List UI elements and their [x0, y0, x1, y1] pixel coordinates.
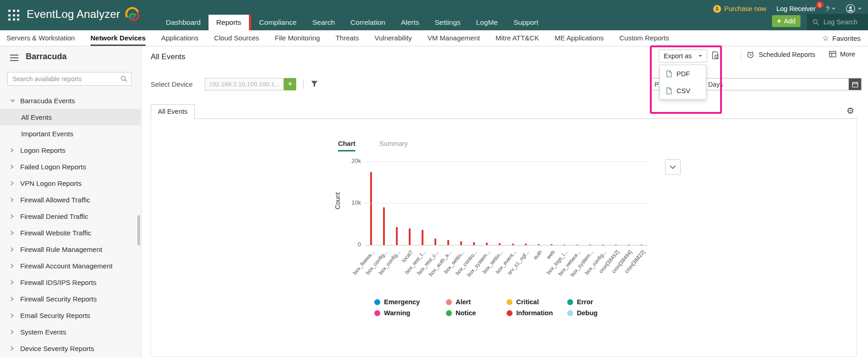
- legend-error: Error: [567, 298, 593, 306]
- subnav-item-applications[interactable]: Applications: [161, 30, 198, 46]
- reports-subnav: Servers & WorkstationNetwork DevicesAppl…: [0, 30, 868, 46]
- nav-item-compliance[interactable]: Compliance: [251, 15, 304, 30]
- subnav-item-network-devices[interactable]: Network Devices: [90, 30, 146, 46]
- device-input[interactable]: 192.168.2.10,100.100.1...: [205, 78, 284, 90]
- subnav-item-me-applications[interactable]: ME Applications: [555, 30, 604, 46]
- subnav-item-vm-management[interactable]: VM Management: [428, 30, 480, 46]
- chevron-right-icon: [10, 329, 15, 335]
- sidebar-item-firewall-denied-traffic[interactable]: Firewall Denied Traffic: [0, 208, 141, 224]
- sidebar-item-important-events[interactable]: Important Events: [0, 125, 141, 142]
- subnav-item-cloud-sources[interactable]: Cloud Sources: [214, 30, 259, 46]
- tab-all-events[interactable]: All Events: [151, 104, 195, 119]
- filter-icon[interactable]: [310, 80, 318, 89]
- help-menu[interactable]: ?: [826, 5, 835, 12]
- chevron-right-icon: [10, 164, 15, 169]
- sidebar-search: [7, 72, 132, 86]
- export-option-pdf[interactable]: PDF: [660, 65, 706, 82]
- nav-item-settings[interactable]: Settings: [427, 15, 468, 30]
- sidebar-item-firewall-ids-ips-reports[interactable]: Firewall IDS/IPS Reports: [0, 274, 141, 290]
- tab-summary[interactable]: Summary: [379, 140, 408, 147]
- calendar-button[interactable]: [849, 78, 861, 90]
- log-receiver-button[interactable]: Log Receiver 5: [776, 5, 815, 12]
- export-schedule-icon[interactable]: [711, 51, 720, 61]
- sidebar-item-system-events[interactable]: System Events: [0, 324, 141, 340]
- export-option-label: PDF: [676, 70, 690, 78]
- y-axis-title: Count: [334, 192, 341, 209]
- sidebar-item-firewall-account-management[interactable]: Firewall Account Management: [0, 257, 141, 274]
- legend-alert: Alert: [446, 298, 471, 306]
- sidebar-item-all-events[interactable]: All Events: [0, 109, 141, 125]
- export-option-csv[interactable]: CSV: [660, 82, 706, 99]
- sidebar-scrollbar[interactable]: [137, 215, 140, 245]
- chart-gridline: [365, 162, 648, 162]
- nav-item-search[interactable]: Search: [304, 15, 343, 30]
- subnav-item-threats[interactable]: Threats: [336, 30, 359, 46]
- chart-bar: [460, 241, 462, 245]
- chevron-right-icon: [10, 197, 15, 202]
- favorites-button[interactable]: ☆ Favorites: [822, 30, 861, 46]
- legend-color-dot: [507, 299, 513, 305]
- nav-item-reports[interactable]: Reports: [209, 15, 249, 30]
- subnav-item-mitre-att-ck[interactable]: Mitre ATT&CK: [496, 30, 539, 46]
- chevron-right-icon: [10, 181, 15, 186]
- chevron-right-icon: [10, 247, 15, 252]
- sidebar-item-firewall-security-reports[interactable]: Firewall Security Reports: [0, 290, 141, 307]
- sidebar-group-barracuda-events[interactable]: Barracuda Events: [0, 92, 141, 109]
- sidebar-item-firewall-allowed-traffic[interactable]: Firewall Allowed Traffic: [0, 191, 141, 208]
- divider: [303, 80, 304, 89]
- pdf-file-icon: [665, 70, 672, 78]
- search-icon: [812, 19, 819, 26]
- legend-label: Emergency: [384, 298, 420, 306]
- chart-gridline: [365, 245, 648, 245]
- help-icon: ?: [826, 5, 829, 12]
- sidebar-item-email-security-reports[interactable]: Email Security Reports: [0, 307, 141, 324]
- sidebar-item-firewall-rule-management[interactable]: Firewall Rule Management: [0, 241, 141, 257]
- subnav-item-servers-workstation[interactable]: Servers & Workstation: [6, 30, 75, 46]
- sidebar-collapse-icon[interactable]: [10, 55, 18, 63]
- chart-bar: [383, 207, 385, 245]
- sidebar-item-failed-logon-reports[interactable]: Failed Logon Reports: [0, 158, 141, 175]
- nav-item-logme[interactable]: LogMe: [468, 15, 506, 30]
- sidebar-item-vpn-logon-reports[interactable]: VPN Logon Reports: [0, 175, 141, 191]
- sidebar: Barracuda Barracuda EventsAll EventsImpo…: [0, 46, 141, 357]
- chevron-down-icon: [858, 8, 862, 10]
- add-button[interactable]: + Add: [772, 15, 800, 27]
- legend-color-dot: [446, 299, 452, 305]
- nav-item-support[interactable]: Support: [506, 15, 546, 30]
- collapse-chart-button[interactable]: [665, 159, 681, 175]
- sidebar-item-device-severity-reports[interactable]: Device Severity Reports: [0, 340, 141, 357]
- scheduled-reports-button[interactable]: Scheduled Reports: [746, 50, 815, 59]
- export-as-button[interactable]: Export as: [659, 50, 707, 62]
- app-launcher-icon[interactable]: [8, 10, 20, 22]
- subnav-item-vulnerability[interactable]: Vulnerability: [375, 30, 412, 46]
- user-menu[interactable]: [845, 4, 862, 14]
- log-search-input[interactable]: Log Search: [807, 14, 868, 30]
- tab-chart[interactable]: Chart: [338, 140, 355, 151]
- purchase-now-button[interactable]: $ Purchase now: [713, 5, 767, 13]
- gear-icon[interactable]: ⚙: [846, 106, 854, 115]
- plus-icon: +: [777, 17, 781, 25]
- main-content: All Events Export as Scheduled Reports M…: [141, 46, 868, 357]
- subnav-item-custom-reports[interactable]: Custom Reports: [619, 30, 669, 46]
- nav-item-correlation[interactable]: Correlation: [343, 15, 393, 30]
- subnav-items: Servers & WorkstationNetwork DevicesAppl…: [6, 30, 669, 46]
- chart-bar: [396, 227, 398, 245]
- nav-item-dashboard[interactable]: Dashboard: [158, 15, 209, 30]
- report-search-input[interactable]: [7, 72, 132, 86]
- more-button[interactable]: More: [829, 50, 855, 58]
- chart-bar: [422, 230, 423, 245]
- legend-notice: Notice: [446, 309, 476, 317]
- legend-label: Alert: [456, 298, 471, 306]
- add-device-button[interactable]: +: [284, 78, 296, 90]
- nav-item-alerts[interactable]: Alerts: [393, 15, 427, 30]
- period-text-fragment: P: [654, 81, 659, 88]
- chevron-right-icon: [10, 313, 15, 318]
- subnav-item-file-monitoring[interactable]: File Monitoring: [275, 30, 320, 46]
- chevron-down-icon: [670, 165, 676, 169]
- layout-icon: [829, 50, 836, 58]
- sidebar-item-logon-reports[interactable]: Logon Reports: [0, 142, 141, 158]
- export-dropdown-menu: PDFCSV: [659, 65, 706, 100]
- legend-label: Notice: [456, 309, 476, 317]
- sidebar-item-label: Firewall Rule Management: [20, 245, 102, 253]
- sidebar-item-firewall-website-traffic[interactable]: Firewall Website Traffic: [0, 224, 141, 241]
